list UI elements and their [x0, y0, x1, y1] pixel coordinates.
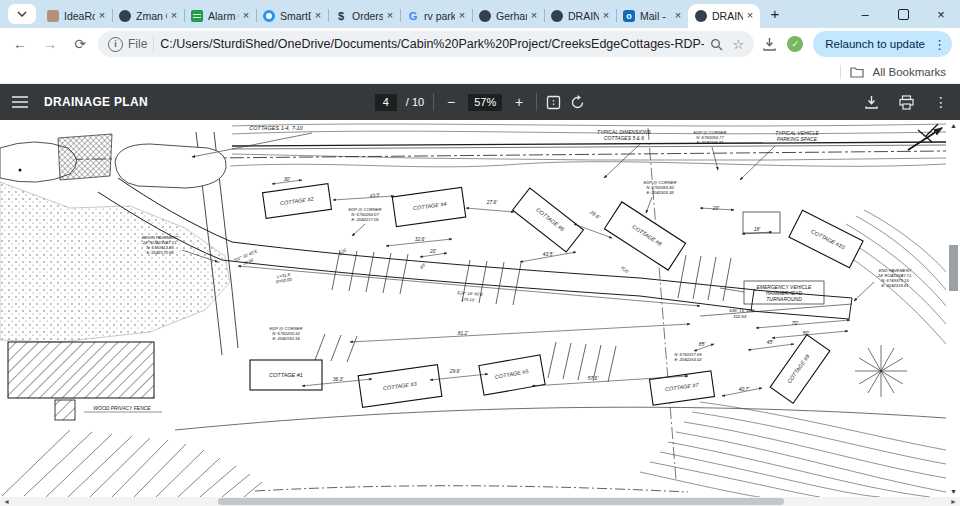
tab-close-icon[interactable]: × — [167, 9, 181, 23]
drawing-label: 45' — [767, 339, 775, 345]
tab-close-icon[interactable]: × — [527, 9, 541, 23]
scroll-right-icon[interactable]: ► — [950, 497, 957, 506]
url-text[interactable]: C:/Users/SturdiShed/OneDrive/Documents/C… — [160, 37, 703, 51]
tab-close-icon[interactable]: × — [311, 9, 325, 23]
forward-button[interactable]: → — [38, 32, 62, 56]
browser-tab[interactable]: DRAIN × — [544, 4, 616, 28]
favicon-outlook-icon: o — [623, 10, 635, 22]
browser-tab[interactable]: $ Orders × — [328, 4, 400, 28]
browser-tab[interactable]: o Mail - × — [616, 4, 688, 28]
print-icon[interactable] — [899, 95, 914, 110]
new-tab-button[interactable]: + — [762, 2, 788, 26]
all-bookmarks-button[interactable]: All Bookmarks — [873, 66, 947, 78]
menu-icon[interactable] — [12, 96, 28, 108]
divider — [536, 93, 537, 111]
scroll-left-icon[interactable]: ◄ — [3, 497, 10, 506]
relaunch-label: Relaunch to update — [825, 38, 925, 50]
favicon-globe-icon — [695, 10, 707, 22]
extension-icon[interactable]: ✓ — [787, 36, 803, 52]
drawing-label: 18' — [754, 226, 762, 232]
tab-close-icon[interactable]: × — [239, 9, 253, 23]
search-icon[interactable] — [710, 38, 723, 51]
pdf-page-view[interactable]: COTTAGES 1-4, 7-10TYPICAL DIMENSIONSCOTT… — [0, 120, 960, 497]
browser-tab[interactable]: SmartD × — [256, 4, 328, 28]
tab-title: SmartD — [280, 10, 311, 22]
tab-title: Mail - — [640, 10, 671, 22]
tab-strip: IdeaRo × Zman C × Alarm C × SmartD × $ O… — [0, 0, 960, 28]
drawing-label: COTTAGES 1-4, 7-10 — [249, 125, 303, 131]
drawing-label: R25' — [620, 265, 630, 274]
page-number-input[interactable]: 4 — [375, 94, 397, 111]
maximize-button[interactable] — [884, 0, 922, 28]
zoom-out-button[interactable]: − — [443, 94, 459, 110]
horizontal-scrollbar[interactable]: ◄ ► — [0, 497, 960, 506]
drawing-label: TURNAROUND — [766, 296, 802, 302]
divider — [840, 65, 841, 79]
minimize-button[interactable]: – — [846, 0, 884, 28]
tab-close-icon[interactable]: × — [743, 9, 757, 23]
drawing-label: R5' — [419, 262, 427, 270]
browser-tab[interactable]: Gerhar × — [472, 4, 544, 28]
tab-close-icon[interactable]: × — [455, 9, 469, 23]
tab-close-icon[interactable]: × — [671, 9, 685, 23]
address-bar[interactable]: i File C:/Users/SturdiShed/OneDrive/Docu… — [98, 31, 754, 57]
vertical-scrollbar[interactable]: ▲ ▼ — [947, 120, 960, 497]
divider — [153, 36, 154, 52]
drawing-label: 43.5' — [369, 191, 381, 198]
drawing-label: 43.5' — [543, 251, 555, 257]
page-count-label: / 10 — [406, 96, 424, 108]
drawing-label: E: 2042303.38 — [646, 190, 674, 195]
relaunch-to-update-button[interactable]: Relaunch to update ⋮ — [813, 31, 952, 57]
horizontal-scroll-thumb[interactable] — [218, 498, 784, 505]
browser-menu-icon[interactable]: ⋮ — [933, 37, 946, 52]
browser-tab[interactable]: G rv park × — [400, 4, 472, 28]
favicon-chat-icon — [47, 10, 59, 22]
browser-tab[interactable]: IdeaRo × — [40, 4, 112, 28]
drawing-label: E: 2042253.02 — [674, 357, 702, 362]
info-icon: i — [108, 37, 123, 52]
drawing-label: 27.6' — [486, 199, 499, 205]
drawing-label: 20' — [429, 248, 438, 254]
back-button[interactable]: ← — [8, 32, 32, 56]
drawing-label: WOOD PRIVACY FENCE — [93, 405, 151, 411]
drawing-label: 20' — [712, 205, 721, 211]
tab-search-button[interactable] — [8, 4, 36, 24]
scroll-up-icon[interactable]: ▲ — [949, 122, 958, 129]
browser-toolbar: ← → ⟳ i File C:/Users/SturdiShed/OneDriv… — [0, 28, 960, 60]
drawing-label: 57.6' — [588, 375, 600, 381]
favicon-globe-icon — [119, 10, 131, 22]
tab-title: DRAIN — [712, 10, 743, 22]
fit-to-page-icon[interactable] — [546, 95, 561, 110]
close-window-button[interactable]: × — [922, 0, 960, 28]
tab-close-icon[interactable]: × — [383, 9, 397, 23]
reload-button[interactable]: ⟳ — [68, 32, 92, 56]
tab-close-icon[interactable]: × — [599, 9, 613, 23]
site-info-chip[interactable]: i File — [108, 37, 147, 52]
favicon-dollar-icon: $ — [335, 10, 347, 22]
tab-title: Orders — [352, 10, 383, 22]
toolbar-icons: ✓ Relaunch to update ⋮ — [762, 31, 952, 57]
zoom-in-button[interactable]: + — [511, 94, 527, 110]
scroll-down-icon[interactable]: ▼ — [949, 488, 958, 495]
downloads-icon[interactable] — [762, 37, 777, 52]
browser-tab[interactable]: DRAIN × — [688, 4, 760, 28]
zoom-level-input[interactable]: 57% — [468, 94, 502, 111]
browser-tab[interactable]: Alarm C × — [184, 4, 256, 28]
maximize-icon — [898, 9, 909, 20]
tab-title: DRAIN — [568, 10, 599, 22]
download-icon[interactable] — [864, 95, 879, 110]
drawing-label: E: 2042217.05 — [351, 217, 379, 222]
drawing-label: 28.6' — [588, 208, 602, 220]
drawing-label: PARKING SPACE — [777, 136, 818, 142]
drawing-label: 102.93' — [733, 314, 747, 319]
drawing-label: E: 2042160.14 — [272, 336, 300, 341]
drawing-label: S36° 15' 33"E — [729, 308, 755, 313]
drawing-label: 40.7' — [739, 386, 751, 392]
vertical-scroll-thumb[interactable] — [949, 245, 958, 291]
tab-close-icon[interactable]: × — [95, 9, 109, 23]
browser-tab[interactable]: Zman C × — [112, 4, 184, 28]
pdf-more-options-icon[interactable]: ⋮ — [934, 94, 948, 110]
bookmark-star-icon[interactable]: ☆ — [733, 37, 745, 52]
contour-lines — [175, 124, 946, 497]
rotate-icon[interactable] — [570, 95, 585, 110]
